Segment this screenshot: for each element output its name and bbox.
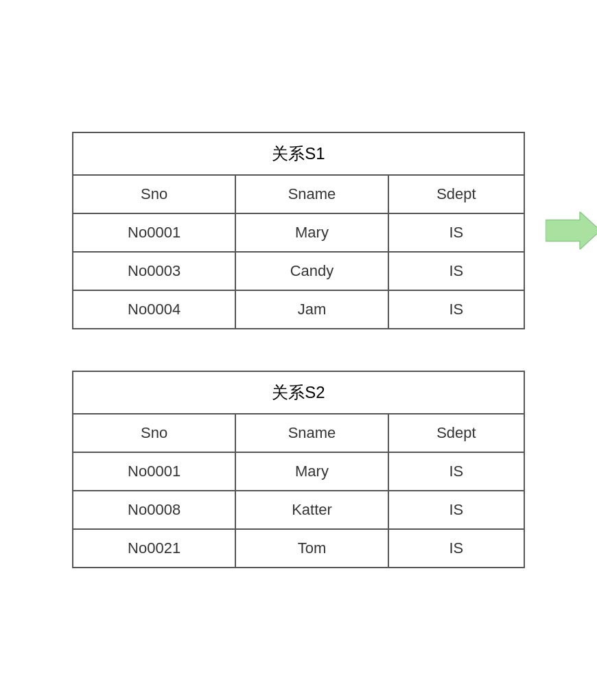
table2-title: 关系S2 bbox=[73, 371, 524, 414]
table1-r3-sdept: IS bbox=[388, 290, 524, 329]
table1-r3-sname: Jam bbox=[235, 290, 388, 329]
table1-r2-sname: Candy bbox=[235, 252, 388, 290]
table1-r2-sdept: IS bbox=[388, 252, 524, 290]
table1-wrapper: 关系S1 Sno Sname Sdept No0001 Mary IS No00… bbox=[72, 132, 525, 329]
table2-header-row: Sno Sname Sdept bbox=[73, 414, 524, 452]
table2-r1-sno: No0001 bbox=[73, 452, 235, 491]
table1-r3-sno: No0004 bbox=[73, 290, 235, 329]
svg-marker-0 bbox=[546, 212, 597, 250]
table2-r2-sno: No0008 bbox=[73, 491, 235, 529]
table2-r3-sdept: IS bbox=[388, 529, 524, 568]
table1-title: 关系S1 bbox=[73, 132, 524, 175]
table2-col3-header: Sdept bbox=[388, 414, 524, 452]
arrow-svg bbox=[546, 212, 597, 250]
table1-header-row: Sno Sname Sdept bbox=[73, 175, 524, 213]
table2-r3-sname: Tom bbox=[235, 529, 388, 568]
table1-col1-header: Sno bbox=[73, 175, 235, 213]
table2-r1-sdept: IS bbox=[388, 452, 524, 491]
table2-title-row: 关系S2 bbox=[73, 371, 524, 414]
table2-r2-sname: Katter bbox=[235, 491, 388, 529]
table2-r1-sname: Mary bbox=[235, 452, 388, 491]
table1-row1: No0001 Mary IS bbox=[73, 213, 524, 252]
table2-col2-header: Sname bbox=[235, 414, 388, 452]
table2-wrapper: 关系S2 Sno Sname Sdept No0001 Mary IS No00… bbox=[72, 371, 525, 568]
table2-row1: No0001 Mary IS bbox=[73, 452, 524, 491]
table2-row2: No0008 Katter IS bbox=[73, 491, 524, 529]
table1-row2: No0003 Candy IS bbox=[73, 252, 524, 290]
table1-r1-sdept: IS bbox=[388, 213, 524, 252]
table-s2: 关系S2 Sno Sname Sdept No0001 Mary IS No00… bbox=[72, 371, 525, 568]
table1-col2-header: Sname bbox=[235, 175, 388, 213]
table2-row3: No0021 Tom IS bbox=[73, 529, 524, 568]
right-arrow bbox=[546, 212, 597, 250]
table1-r2-sno: No0003 bbox=[73, 252, 235, 290]
table-s1: 关系S1 Sno Sname Sdept No0001 Mary IS No00… bbox=[72, 132, 525, 329]
table1-row3: No0004 Jam IS bbox=[73, 290, 524, 329]
table1-r1-sno: No0001 bbox=[73, 213, 235, 252]
table1-col3-header: Sdept bbox=[388, 175, 524, 213]
main-container: 关系S1 Sno Sname Sdept No0001 Mary IS No00… bbox=[72, 132, 525, 568]
table2-r3-sno: No0021 bbox=[73, 529, 235, 568]
table2-col1-header: Sno bbox=[73, 414, 235, 452]
table1-title-row: 关系S1 bbox=[73, 132, 524, 175]
table1-r1-sname: Mary bbox=[235, 213, 388, 252]
table2-r2-sdept: IS bbox=[388, 491, 524, 529]
